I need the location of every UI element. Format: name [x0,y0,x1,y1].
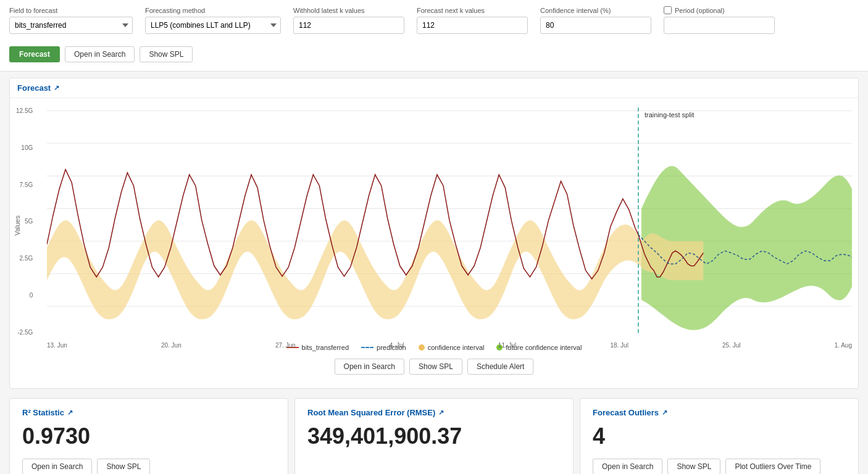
x-label-20jun: 20. Jun [161,342,182,349]
rmse-value: 349,401,900.37 [307,423,561,449]
y-label-0: 0 [30,292,33,299]
main-content: Forecast ↗ 12.5G 10G 7.5G 5G 2.5G 0 -2.5… [0,72,868,474]
x-axis-labels: 13. Jun 20. Jun 27. Jun 4. Jul 11. Jul 1… [47,341,852,349]
rmse-title-text: Root Mean Squared Error (RMSE) [307,408,435,417]
confidence-interval-label: Confidence interval (%) [540,7,651,14]
x-label-27jun: 27. Jun [275,342,296,349]
period-group: Period (optional) [664,6,775,34]
y-label-10g: 10G [21,144,33,151]
forecasting-method-group: Forecasting method LLP5 (combines LLT an… [145,7,281,34]
x-label-11jul: 11. Jul [498,342,516,349]
y-label-5g: 5G [25,218,33,225]
confidence-interval-group: Confidence interval (%) [540,7,651,34]
actions-row: Forecast Open in Search Show SPL [9,41,859,65]
x-label-18jul: 18. Jul [610,342,628,349]
plot-outliers-button[interactable]: Plot Outliers Over Time [725,459,820,474]
forecast-next-input[interactable] [417,17,528,34]
period-checkbox[interactable] [664,6,672,14]
chart-container: 12.5G 10G 7.5G 5G 2.5G 0 -2.5G Values [10,98,858,388]
confidence-interval-input[interactable] [540,17,651,34]
field-to-forecast-group: Field to forecast bits_transferred [9,7,133,34]
y-label-2-5g: 2.5G [20,255,33,262]
chart-area: 12.5G 10G 7.5G 5G 2.5G 0 -2.5G Values [47,104,852,339]
schedule-alert-button[interactable]: Schedule Alert [467,359,533,375]
withhold-latest-input[interactable] [293,17,404,34]
r2-title-text: R² Statistic [22,408,64,417]
r2-stat-card: R² Statistic ↗ 0.9730 Open in Search Sho… [9,398,288,474]
open-in-search-button[interactable]: Open in Search [65,46,135,62]
chart-svg: training-test split [47,104,852,339]
open-in-search-outliers-button[interactable]: Open in Search [593,459,662,474]
outliers-title-text: Forecast Outliers [593,408,659,417]
outliers-external-link-icon[interactable]: ↗ [662,409,667,417]
field-to-forecast-label: Field to forecast [9,7,133,14]
forecast-button[interactable]: Forecast [9,46,60,62]
x-label-4jul: 4. Jul [390,342,404,349]
withhold-latest-label: Withhold latest k values [293,7,404,14]
external-link-icon[interactable]: ↗ [54,84,59,92]
period-input[interactable] [664,17,775,34]
forecasting-method-label: Forecasting method [145,7,281,14]
show-spl-r2-button[interactable]: Show SPL [97,459,150,474]
show-spl-chart-button[interactable]: Show SPL [409,359,462,375]
forecasting-method-select[interactable]: LLP5 (combines LLT and LLP) [145,17,281,34]
rmse-external-link-icon[interactable]: ↗ [438,409,444,417]
chart-buttons: Open in Search Show SPL Schedule Alert [16,354,852,382]
r2-title: R² Statistic ↗ [22,408,275,417]
top-bar: Field to forecast bits_transferred Forec… [0,0,868,72]
y-label-7-5g: 7.5G [20,181,33,188]
outliers-stat-card: Forecast Outliers ↗ 4 Open in Search Sho… [580,398,859,474]
show-spl-button[interactable]: Show SPL [140,46,193,62]
r2-buttons: Open in Search Show SPL [22,459,275,474]
r2-value: 0.9730 [22,423,275,449]
show-spl-outliers-button[interactable]: Show SPL [667,459,720,474]
x-label-1aug: 1. Aug [835,342,852,349]
chart-title: Forecast ↗ [10,78,858,98]
outliers-buttons: Open in Search Show SPL Plot Outliers Ov… [593,459,846,474]
y-axis-title: Values [14,215,21,236]
outliers-title: Forecast Outliers ↗ [593,408,846,417]
x-label-25jul: 25. Jul [722,342,740,349]
chart-title-text: Forecast [17,83,51,93]
withhold-latest-group: Withhold latest k values [293,7,404,34]
x-label-13jun: 13. Jun [47,342,67,349]
period-label: Period (optional) [675,7,725,14]
open-in-search-chart-button[interactable]: Open in Search [335,359,404,375]
stats-row: R² Statistic ↗ 0.9730 Open in Search Sho… [9,398,859,474]
outliers-value: 4 [593,423,846,449]
y-label-12-5g: 12.5G [16,107,33,114]
y-label-neg-2-5g: -2.5G [17,329,33,336]
r2-external-link-icon[interactable]: ↗ [67,409,73,417]
training-split-text: training-test split [645,111,695,118]
forecast-next-group: Forecast next k values [417,7,528,34]
field-to-forecast-select[interactable]: bits_transferred [9,17,133,34]
chart-section: Forecast ↗ 12.5G 10G 7.5G 5G 2.5G 0 -2.5… [9,78,859,389]
open-in-search-r2-button[interactable]: Open in Search [22,459,92,474]
rmse-title: Root Mean Squared Error (RMSE) ↗ [307,408,561,417]
forecast-next-label: Forecast next k values [417,7,528,14]
rmse-stat-card: Root Mean Squared Error (RMSE) ↗ 349,401… [294,398,574,474]
